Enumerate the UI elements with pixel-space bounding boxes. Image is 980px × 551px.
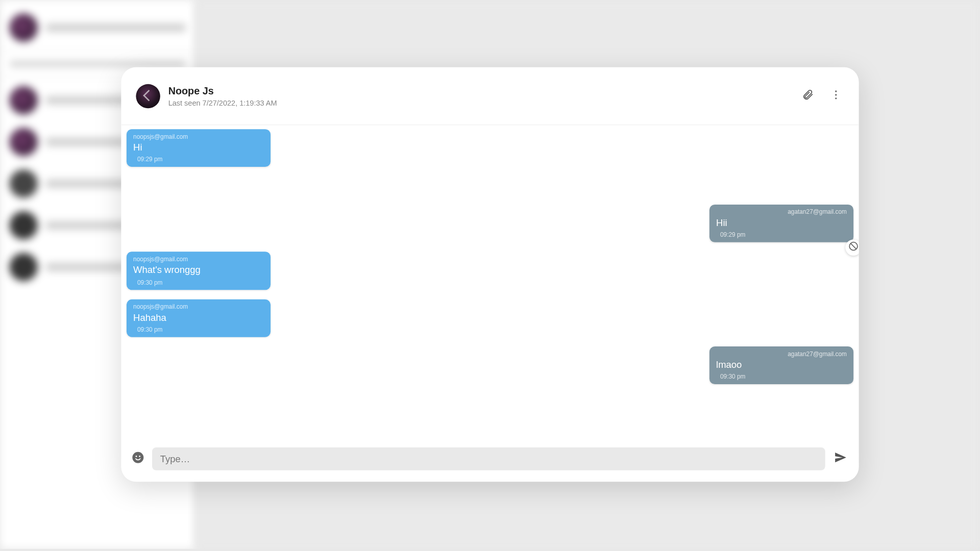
message-sender: agatan27@gmail.com bbox=[716, 209, 847, 215]
chat-last-seen: Last seen 7/27/2022, 1:19:33 AM bbox=[168, 99, 788, 107]
svg-point-7 bbox=[139, 456, 140, 457]
message-out[interactable]: agatan27@gmail.com lmaoo 09:30 pm bbox=[709, 346, 853, 384]
message-sender: noopsjs@gmail.com bbox=[133, 133, 264, 140]
chat-window: Noope Js Last seen 7/27/2022, 1:19:33 AM bbox=[121, 67, 859, 482]
smiley-icon bbox=[131, 451, 144, 467]
blocked-badge[interactable] bbox=[845, 239, 859, 256]
message-text: lmaoo bbox=[716, 359, 847, 371]
message-in[interactable]: noopsjs@gmail.com Hi 09:29 pm bbox=[127, 129, 271, 167]
message-sender: noopsjs@gmail.com bbox=[133, 303, 264, 310]
message-time: 09:29 pm bbox=[137, 156, 264, 163]
message-in[interactable]: noopsjs@gmail.com What's wronggg 09:30 p… bbox=[127, 252, 271, 290]
message-text: What's wronggg bbox=[133, 264, 264, 276]
message-time: 09:30 pm bbox=[137, 279, 264, 286]
svg-point-2 bbox=[835, 97, 837, 99]
avatar[interactable] bbox=[136, 84, 160, 108]
chat-title: Noope Js bbox=[168, 85, 788, 96]
message-row: agatan27@gmail.com lmaoo 09:30 pm bbox=[127, 346, 853, 384]
message-text: Hahaha bbox=[133, 311, 264, 323]
more-button[interactable] bbox=[828, 85, 844, 107]
message-row: noopsjs@gmail.com Hi 09:29 pm bbox=[127, 129, 853, 167]
chat-body: noopsjs@gmail.com Hi 09:29 pm agatan27@g… bbox=[121, 125, 859, 445]
message-sender: noopsjs@gmail.com bbox=[133, 256, 264, 263]
send-icon bbox=[834, 450, 848, 467]
message-row: agatan27@gmail.com Hii 09:29 pm bbox=[127, 205, 853, 242]
send-button[interactable] bbox=[832, 450, 849, 467]
emoji-button[interactable] bbox=[131, 452, 145, 466]
svg-line-4 bbox=[850, 243, 856, 249]
chat-composer bbox=[121, 445, 859, 482]
message-out[interactable]: agatan27@gmail.com Hii 09:29 pm bbox=[709, 205, 853, 242]
svg-point-6 bbox=[136, 456, 137, 457]
svg-point-1 bbox=[835, 94, 837, 95]
message-input[interactable] bbox=[152, 447, 825, 470]
paperclip-icon bbox=[802, 88, 814, 103]
message-row: noopsjs@gmail.com What's wronggg 09:30 p… bbox=[127, 252, 853, 290]
kebab-icon bbox=[830, 88, 842, 103]
message-text: Hi bbox=[133, 141, 264, 154]
message-row: noopsjs@gmail.com Hahaha 09:30 pm bbox=[127, 299, 853, 337]
message-time: 09:29 pm bbox=[720, 232, 847, 238]
chat-header: Noope Js Last seen 7/27/2022, 1:19:33 AM bbox=[121, 67, 859, 125]
svg-point-5 bbox=[132, 452, 143, 463]
message-sender: agatan27@gmail.com bbox=[716, 350, 847, 357]
message-time: 09:30 pm bbox=[720, 373, 847, 380]
block-icon bbox=[848, 241, 859, 254]
attach-button[interactable] bbox=[800, 85, 816, 107]
message-time: 09:30 pm bbox=[137, 326, 264, 333]
message-in[interactable]: noopsjs@gmail.com Hahaha 09:30 pm bbox=[127, 299, 271, 337]
message-text: Hii bbox=[716, 217, 847, 229]
svg-point-0 bbox=[835, 90, 837, 92]
